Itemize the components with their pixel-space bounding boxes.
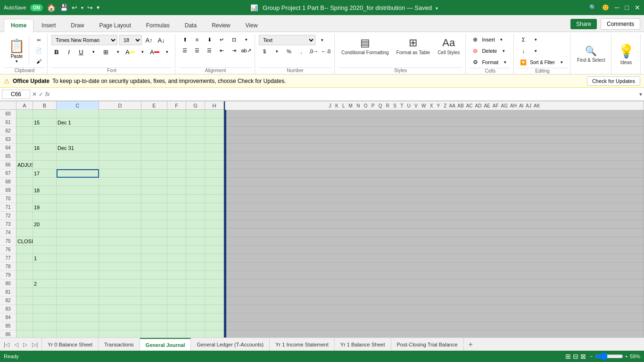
merge-dropdown[interactable]: ▾ [240,35,252,44]
align-left-button[interactable]: ☰ [179,46,190,55]
share-button[interactable]: Share [570,19,597,29]
increase-indent-button[interactable]: ⇥ [228,46,239,55]
number-group: Text ▾ $ ▾ % , .0→ ←.0 Number [256,34,335,74]
borders-dropdown[interactable]: ▾ [113,47,123,57]
tab-page-layout[interactable]: Page Layout [92,19,138,32]
cell-styles-button[interactable]: Aa Cell Styles [435,35,462,57]
align-bottom-button[interactable]: ⬇ [204,35,215,44]
font-color-button[interactable]: A [149,47,160,57]
close-icon[interactable]: ✕ [635,4,640,11]
update-bar: ⚠ Office Update To keep up-to-date on se… [0,74,644,88]
ideas-button[interactable]: 💡 Ideas [615,41,637,67]
number-format-select[interactable]: Text [259,35,315,45]
font-size-select[interactable]: 18 [119,35,142,45]
home-icon[interactable]: 🏠 [47,3,56,12]
minimize-icon[interactable]: ─ [615,4,619,11]
number-format-dropdown[interactable]: ▾ [316,35,328,45]
increase-decimal-button[interactable]: .0→ [308,47,319,56]
cut-button[interactable]: ✂ [33,36,44,45]
title-dropdown-icon[interactable]: ▾ [436,6,438,11]
percent-button[interactable]: % [283,47,295,56]
find-select-button[interactable]: 🔍 Find & Select [574,43,608,65]
fill-dropdown2[interactable]: ▾ [530,46,541,56]
accounting-button[interactable]: $ [259,47,270,56]
autosum-dropdown[interactable]: ▾ [530,35,541,44]
delete-dropdown[interactable]: ▾ [498,46,509,56]
tab-formulas[interactable]: Formulas [139,19,177,32]
cell-reference-input[interactable] [2,90,30,99]
orientation-button[interactable]: ab↗ [240,46,252,55]
autosave-toggle[interactable]: ON [30,4,43,11]
tab-review[interactable]: Review [205,19,237,32]
wrap-text-button[interactable]: ↵ [216,35,227,44]
autosum-button[interactable]: Σ [518,35,529,44]
fill-button[interactable]: ↓ [518,46,529,56]
paste-button[interactable]: 📋 Paste ▾ [5,36,29,66]
format-label: Format [482,59,498,65]
underline-button[interactable]: U [76,47,86,57]
sort-filter-dropdown[interactable]: ▾ [556,58,567,67]
accounting-dropdown[interactable]: ▾ [271,47,282,56]
tab-view[interactable]: View [239,19,265,32]
insert-dropdown[interactable]: ▾ [496,35,507,44]
merge-button[interactable]: ⊡ [228,35,239,44]
autosave-label: AutoSave [4,5,26,10]
decrease-font-button[interactable]: A↓ [156,35,166,45]
conditional-formatting-button[interactable]: ▤ Conditional Formatting [339,35,392,57]
decrease-decimal-button[interactable]: ←.0 [320,47,331,56]
delete-cells-button[interactable]: ⊖ [470,46,481,56]
borders-button[interactable]: ⊞ [100,47,111,57]
confirm-icon[interactable]: ✓ [39,91,43,98]
redo-icon[interactable]: ↪ [87,4,93,11]
cells-label: Cells [470,68,511,74]
formula-expand-icon[interactable]: ▾ [639,91,642,98]
cancel-icon[interactable]: ✕ [32,91,37,98]
comments-button[interactable]: Comments [601,18,640,30]
tab-home[interactable]: Home [4,19,33,32]
title-bar: AutoSave ON 🏠 💾 ↩ ▾ ↪ ▾ 📊 Group Project … [0,0,644,15]
underline-dropdown[interactable]: ▾ [88,47,99,57]
sort-filter-button[interactable]: 🔽 [518,58,529,67]
formula-icon[interactable]: fx [45,91,50,98]
tab-insert[interactable]: Insert [34,19,63,32]
search-icon[interactable]: 🔍 [589,4,596,11]
fill-dropdown[interactable]: ▾ [137,47,148,57]
insert-cells-button[interactable]: ⊕ [470,35,481,44]
align-right-button[interactable]: ☰ [204,46,215,55]
comma-button[interactable]: , [296,47,307,56]
alignment-group: ⬆ ≡ ⬇ ↵ ⊡ ▾ ☰ ☰ ☰ ⇤ ⇥ ab↗ Alignment [176,34,255,74]
format-dropdown[interactable]: ▾ [499,58,511,67]
tab-draw[interactable]: Draw [64,19,91,32]
copy-button[interactable]: 📄 [33,46,44,56]
font-color-dropdown[interactable]: ▾ [162,47,172,57]
styles-group: ▤ Conditional Formatting ⊞ Format as Tab… [336,34,466,74]
fill-color-button[interactable]: A [125,47,135,57]
paste-dropdown[interactable]: ▾ [16,59,18,64]
delete-label: Delete [482,48,497,54]
editing-group: Σ ▾ ↓ ▾ 🔽 Sort & Filter ▾ Editing [515,34,570,74]
excel-icon: 📊 [250,4,258,11]
formula-input[interactable] [51,91,637,98]
font-name-select[interactable]: Times New Roman [51,35,117,45]
undo-icon[interactable]: ↩ [72,4,77,11]
cells-group: ⊕ Insert ▾ ⊖ Delete ▾ ⚙ Format ▾ Cells [467,34,514,74]
format-as-table-button[interactable]: ⊞ Format as Table [394,35,433,57]
format-cells-button[interactable]: ⚙ [470,58,481,67]
bold-button[interactable]: B [51,47,62,57]
align-center-button[interactable]: ☰ [191,46,203,55]
align-top-button[interactable]: ⬆ [179,35,190,44]
find-icon: 🔍 [585,45,597,57]
formula-bar: ✕ ✓ fx ▾ [0,88,644,101]
update-message: To keep up-to-date on security updates, … [52,78,286,84]
undo-dropdown-icon[interactable]: ▾ [81,5,83,10]
increase-font-button[interactable]: A↑ [144,35,154,45]
format-painter-button[interactable]: 🖌 [33,57,44,66]
save-icon[interactable]: 💾 [60,4,68,11]
check-updates-button[interactable]: Check for Updates [587,76,640,86]
find-label: Find & Select [577,58,605,63]
italic-button[interactable]: I [64,47,74,57]
align-middle-button[interactable]: ≡ [191,35,203,44]
tab-data[interactable]: Data [178,19,204,32]
maximize-icon[interactable]: □ [625,4,629,11]
decrease-indent-button[interactable]: ⇤ [216,46,227,55]
